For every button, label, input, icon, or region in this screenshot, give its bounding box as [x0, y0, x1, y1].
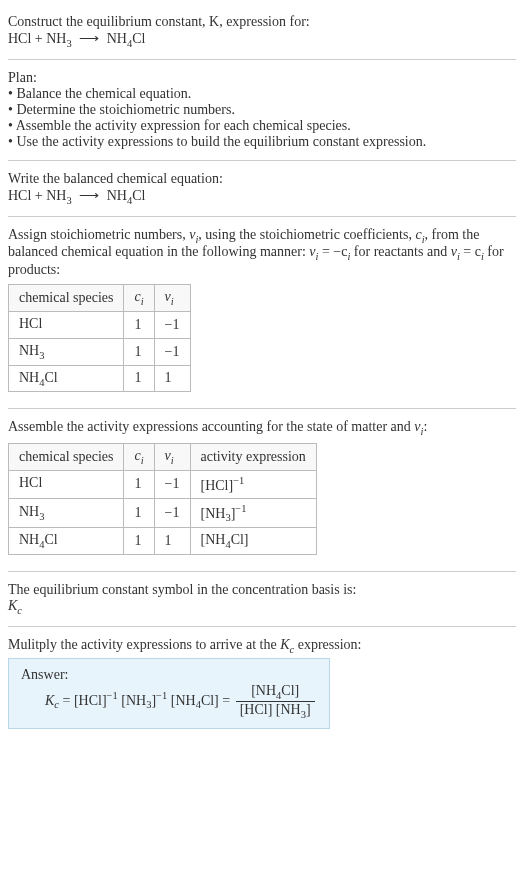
table-header: ci — [124, 285, 154, 312]
answer-label: Answer: — [21, 667, 317, 683]
plan-bullet: • Balance the chemical equation. — [8, 86, 516, 102]
plan-bullet: • Determine the stoichiometric numbers. — [8, 102, 516, 118]
table-row: NH3 1 −1 [NH3]−1 — [9, 498, 317, 527]
species-cell: NH3 — [9, 498, 124, 527]
nu-cell: 1 — [154, 365, 190, 392]
activity-text: Assemble the activity expressions accoun… — [8, 419, 516, 437]
fraction-numerator: [NH4Cl] — [236, 683, 315, 702]
answer-box: Answer: Kc = [HCl]−1 [NH3]−1 [NH4Cl] = [… — [8, 658, 330, 729]
species-cell: HCl — [9, 311, 124, 338]
multiply-section: Mulitply the activity expressions to arr… — [8, 631, 516, 735]
symbol-text: The equilibrium constant symbol in the c… — [8, 582, 516, 598]
intro-equation: HCl + NH3 ⟶ NH4Cl — [8, 30, 516, 49]
stoich-section: Assign stoichiometric numbers, νi, using… — [8, 221, 516, 405]
nu-cell: −1 — [154, 470, 190, 498]
divider — [8, 216, 516, 217]
balanced-equation: HCl + NH3 ⟶ NH4Cl — [8, 187, 516, 206]
nu-cell: −1 — [154, 311, 190, 338]
activity-expr-cell: [NH4Cl] — [190, 528, 316, 555]
divider — [8, 571, 516, 572]
arrow-icon: ⟶ — [79, 187, 99, 204]
nu-cell: 1 — [154, 528, 190, 555]
stoich-text: Assign stoichiometric numbers, νi, using… — [8, 227, 516, 279]
fraction: [NH4Cl] [HCl] [NH3] — [236, 683, 315, 720]
activity-table: chemical species ci νi activity expressi… — [8, 443, 317, 555]
plan-bullet: • Assemble the activity expression for e… — [8, 118, 516, 134]
c-cell: 1 — [124, 365, 154, 392]
intro-text: Construct the equilibrium constant, K, e… — [8, 14, 310, 29]
divider — [8, 59, 516, 60]
table-header: νi — [154, 444, 190, 471]
table-header: ci — [124, 444, 154, 471]
species-cell: HCl — [9, 470, 124, 498]
activity-expr-cell: [NH3]−1 — [190, 498, 316, 527]
activity-section: Assemble the activity expressions accoun… — [8, 413, 516, 567]
arrow-icon: ⟶ — [79, 30, 99, 47]
activity-expr-cell: [HCl]−1 — [190, 470, 316, 498]
table-header: chemical species — [9, 444, 124, 471]
fraction-denominator: [HCl] [NH3] — [236, 702, 315, 720]
nu-cell: −1 — [154, 338, 190, 365]
c-cell: 1 — [124, 311, 154, 338]
multiply-text: Mulitply the activity expressions to arr… — [8, 637, 516, 655]
c-cell: 1 — [124, 528, 154, 555]
species-cell: NH4Cl — [9, 365, 124, 392]
c-cell: 1 — [124, 498, 154, 527]
plan-header: Plan: — [8, 70, 516, 86]
table-header: chemical species — [9, 285, 124, 312]
table-row: HCl 1 −1 — [9, 311, 191, 338]
c-cell: 1 — [124, 470, 154, 498]
nu-cell: −1 — [154, 498, 190, 527]
divider — [8, 626, 516, 627]
balanced-section: Write the balanced chemical equation: HC… — [8, 165, 516, 212]
stoich-table: chemical species ci νi HCl 1 −1 NH3 1 −1… — [8, 284, 191, 392]
c-cell: 1 — [124, 338, 154, 365]
intro-section: Construct the equilibrium constant, K, e… — [8, 8, 516, 55]
table-row: NH4Cl 1 1 — [9, 365, 191, 392]
kc-symbol: Kc — [8, 598, 516, 616]
species-cell: NH3 — [9, 338, 124, 365]
table-row: NH4Cl 1 1 [NH4Cl] — [9, 528, 317, 555]
table-row: NH3 1 −1 — [9, 338, 191, 365]
table-header: νi — [154, 285, 190, 312]
answer-equation: Kc = [HCl]−1 [NH3]−1 [NH4Cl] = [NH4Cl] [… — [45, 683, 317, 720]
balanced-header: Write the balanced chemical equation: — [8, 171, 516, 187]
plan-bullet: • Use the activity expressions to build … — [8, 134, 516, 150]
table-header: activity expression — [190, 444, 316, 471]
divider — [8, 408, 516, 409]
table-row: HCl 1 −1 [HCl]−1 — [9, 470, 317, 498]
divider — [8, 160, 516, 161]
table-header-row: chemical species ci νi activity expressi… — [9, 444, 317, 471]
table-header-row: chemical species ci νi — [9, 285, 191, 312]
species-cell: NH4Cl — [9, 528, 124, 555]
plan-section: Plan: • Balance the chemical equation. •… — [8, 64, 516, 156]
symbol-section: The equilibrium constant symbol in the c… — [8, 576, 516, 622]
intro-line: Construct the equilibrium constant, K, e… — [8, 14, 516, 30]
